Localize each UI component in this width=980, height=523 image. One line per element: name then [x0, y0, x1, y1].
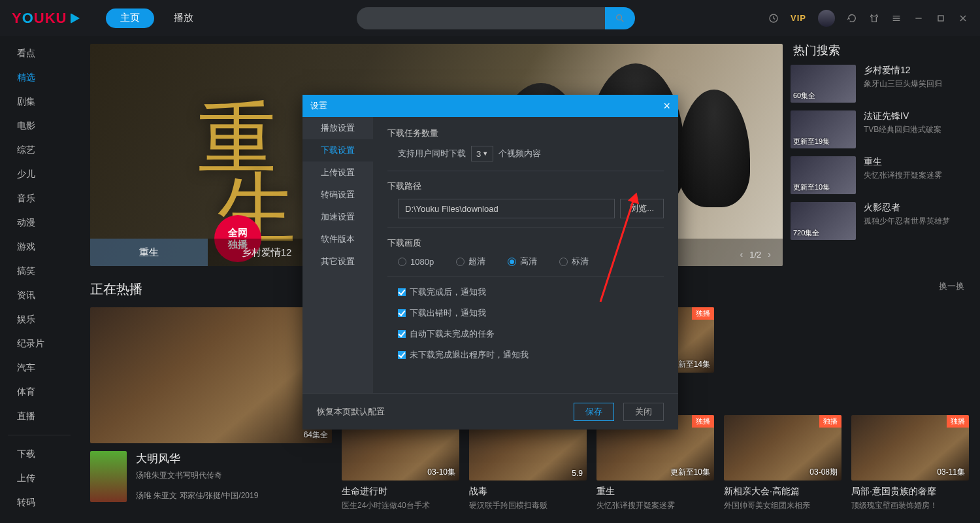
search-icon — [615, 13, 625, 24]
dialog-title: 设置 — [310, 100, 327, 112]
sidebar-item[interactable]: 纪录片 — [0, 331, 78, 356]
settings-tab[interactable]: 播放设置 — [302, 117, 373, 139]
maximize-icon[interactable] — [936, 13, 946, 24]
option-checkbox[interactable]: 自动下载未完成的任务 — [398, 328, 495, 340]
hot-thumb: 更新至10集 — [791, 156, 856, 194]
refresh-icon[interactable] — [847, 13, 857, 24]
avatar[interactable] — [818, 10, 835, 27]
sidebar-item[interactable]: 少儿 — [0, 162, 78, 186]
video-card[interactable]: 5.9战毒硬汉联手跨国横扫毒贩 — [469, 415, 587, 511]
hot-sub: 孤独少年忍者世界英雄梦 — [864, 216, 950, 227]
hot-title: 重生 — [864, 156, 942, 168]
reset-defaults[interactable]: 恢复本页默认配置 — [317, 406, 385, 418]
minimize-icon[interactable] — [913, 13, 924, 24]
svg-rect-3 — [938, 16, 943, 21]
option-checkbox[interactable]: 下载出错时，通知我 — [398, 307, 486, 319]
hero-pager: ‹ 1/2 › — [740, 249, 771, 260]
settings-content: 下载任务数量 支持用户同时下载 3▼ 个视频内容 下载路径 浏览... 下载画质… — [373, 117, 678, 393]
search-input[interactable] — [357, 7, 605, 29]
close-button[interactable]: 关闭 — [623, 403, 664, 421]
card-meta: 汤唯 朱亚文 邓家佳/张挺/中国/2019 — [136, 490, 332, 501]
hot-item[interactable]: 更新至10集重生失忆张译搜开疑案迷雾 — [791, 156, 977, 194]
sidebar-item[interactable]: 汽车 — [0, 356, 78, 380]
hot-title: 法证先锋IV — [864, 110, 941, 122]
nav-tab-1[interactable]: 播放 — [159, 8, 208, 28]
hot-title: 火影忍者 — [864, 202, 950, 214]
label-task-count: 下载任务数量 — [387, 127, 664, 139]
hot-item[interactable]: 720集全火影忍者孤独少年忍者世界英雄梦 — [791, 202, 977, 240]
hot-item[interactable]: 更新至19集法证先锋IVTVB经典回归港式破案 — [791, 110, 977, 148]
quality-radio[interactable]: 1080p — [398, 257, 434, 267]
hot-search-panel: 热门搜索 60集全乡村爱情12象牙山三巨头爆笑回归更新至19集法证先锋IVTVB… — [791, 36, 980, 248]
settings-tab[interactable]: 转码设置 — [302, 184, 373, 206]
skin-icon[interactable] — [869, 13, 879, 24]
sidebar-tool[interactable]: 上传 — [0, 466, 78, 490]
sidebar-item[interactable]: 直播 — [0, 404, 78, 428]
play-icon — [71, 13, 80, 24]
vip-badge[interactable]: VIP — [791, 13, 806, 23]
nav-tab-0[interactable]: 主页 — [106, 8, 154, 28]
svg-point-0 — [617, 14, 622, 20]
history-icon[interactable] — [768, 13, 779, 24]
video-card[interactable]: 独播更新至10集重生失忆张译搜开疑案迷雾 — [596, 415, 714, 511]
dialog-titlebar[interactable]: 设置 × — [302, 95, 678, 117]
sidebar-item[interactable]: 电影 — [0, 114, 78, 138]
video-card[interactable]: 03-10集生命进行时医生24小时连做40台手术 — [342, 415, 459, 511]
logo[interactable]: YOUKU — [12, 10, 80, 27]
browse-button[interactable]: 浏览... — [620, 199, 664, 218]
hot-sub: 失忆张译搜开疑案迷雾 — [864, 170, 942, 181]
hot-thumb: 60集全 — [791, 65, 856, 103]
download-path-input[interactable] — [398, 199, 615, 218]
label-download-path: 下载路径 — [387, 180, 664, 192]
settings-tab[interactable]: 上传设置 — [302, 161, 373, 184]
hero-tab[interactable]: 重生 — [90, 239, 208, 266]
featured-card[interactable]: 64集全 大明风华 汤唯朱亚文书写明代传奇 汤唯 朱亚文 邓家佳/张挺/中国/2… — [90, 307, 332, 511]
pager-prev[interactable]: ‹ — [740, 249, 743, 260]
hot-sub: TVB经典回归港式破案 — [864, 124, 941, 135]
settings-tab[interactable]: 加速设置 — [302, 206, 373, 228]
dialog-close-icon[interactable]: × — [663, 100, 670, 112]
top-bar: YOUKU 主页播放 VIP — [0, 0, 980, 36]
task-count-select[interactable]: 3▼ — [471, 146, 493, 161]
sidebar-item[interactable]: 游戏 — [0, 235, 78, 259]
save-button[interactable]: 保存 — [574, 403, 614, 421]
hot-thumb: 更新至19集 — [791, 110, 856, 148]
video-card[interactable]: 独播03-11集局部·意国贵族的奢靡顶级瑰宝壁画装饰婚房！ — [851, 415, 969, 511]
settings-dialog: 设置 × 播放设置下载设置上传设置转码设置加速设置软件版本其它设置 下载任务数量… — [302, 95, 678, 430]
quality-radio[interactable]: 超清 — [456, 256, 485, 267]
option-checkbox[interactable]: 未下载完成退出程序时，通知我 — [398, 349, 529, 361]
hot-thumb: 720集全 — [791, 202, 856, 240]
sidebar-item[interactable]: 看点 — [0, 41, 78, 65]
hot-title: 乡村爱情12 — [864, 65, 942, 76]
sidebar-item[interactable]: 音乐 — [0, 186, 78, 211]
settings-tab[interactable]: 下载设置 — [302, 139, 373, 161]
hot-sub: 象牙山三巨头爆笑回归 — [864, 78, 942, 90]
settings-tab[interactable]: 软件版本 — [302, 228, 373, 250]
search-button[interactable] — [605, 7, 635, 29]
settings-tabs: 播放设置下载设置上传设置转码设置加速设置软件版本其它设置 — [302, 117, 373, 393]
sidebar-item[interactable]: 搞笑 — [0, 259, 78, 283]
sidebar-item[interactable]: 资讯 — [0, 283, 78, 307]
hot-search-title: 热门搜索 — [793, 42, 977, 58]
menu-icon[interactable] — [891, 13, 902, 24]
option-checkbox[interactable]: 下载完成后，通知我 — [398, 286, 486, 298]
sidebar-item[interactable]: 动漫 — [0, 211, 78, 235]
quality-radio[interactable]: 标清 — [559, 256, 589, 267]
pager-next[interactable]: › — [768, 249, 771, 260]
quality-radio[interactable]: 高清 — [508, 256, 537, 267]
settings-tab[interactable]: 其它设置 — [302, 250, 373, 273]
sidebar-item[interactable]: 综艺 — [0, 138, 78, 162]
svg-line-1 — [621, 20, 623, 22]
close-icon[interactable] — [958, 13, 968, 24]
sidebar-item[interactable]: 精选 — [0, 65, 78, 90]
refresh-button[interactable]: 换一换 — [939, 280, 964, 292]
sidebar-tool[interactable]: 下载 — [0, 442, 78, 466]
sidebar-item[interactable]: 娱乐 — [0, 307, 78, 331]
video-card[interactable]: 独播03-08期新相亲大会·高能篇外国帅哥美女组团来相亲 — [724, 415, 841, 511]
hot-item[interactable]: 60集全乡村爱情12象牙山三巨头爆笑回归 — [791, 65, 977, 103]
sidebar-item[interactable]: 体育 — [0, 380, 78, 404]
card-title: 大明风华 — [136, 451, 332, 466]
sidebar-item[interactable]: 剧集 — [0, 90, 78, 114]
sidebar-tool[interactable]: 转码 — [0, 490, 78, 515]
label-quality: 下载画质 — [387, 237, 664, 249]
